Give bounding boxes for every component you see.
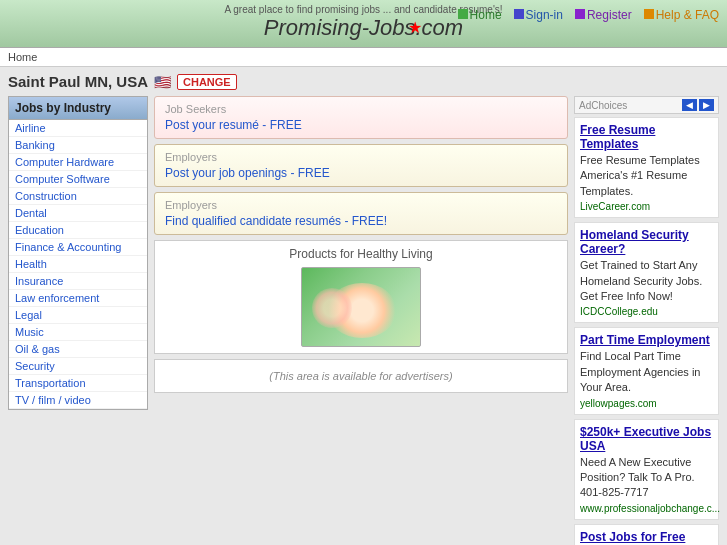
- register-icon: [575, 9, 585, 19]
- ad-title[interactable]: Post Jobs for Free: [580, 530, 713, 544]
- home-icon: [458, 9, 468, 19]
- employers1-category: Employers: [165, 151, 557, 163]
- employers-card-1: Employers Post your job openings - FREE: [154, 144, 568, 187]
- site-logo[interactable]: Promising-Jobs.com: [264, 15, 463, 40]
- left-panel: Jobs by Industry AirlineBankingComputer …: [8, 96, 148, 545]
- industry-list-item[interactable]: Computer Software: [9, 171, 147, 188]
- job-seekers-card: Job Seekers Post your resumé - FREE: [154, 96, 568, 139]
- ad-body: Get Trained to Start Any Homeland Securi…: [580, 258, 713, 304]
- ad-prev-button[interactable]: ◀: [682, 99, 697, 111]
- change-button[interactable]: CHANGE: [177, 74, 237, 90]
- ad-body: Need A New Executive Position? Talk To A…: [580, 455, 713, 501]
- industry-list-item[interactable]: Dental: [9, 205, 147, 222]
- industry-header: Jobs by Industry: [9, 97, 147, 120]
- industry-list-item[interactable]: Finance & Accounting: [9, 239, 147, 256]
- industry-list-item[interactable]: Music: [9, 324, 147, 341]
- flag-icon: 🇺🇸: [154, 74, 171, 90]
- breadcrumb: Home: [0, 48, 727, 67]
- seekers-category: Job Seekers: [165, 103, 557, 115]
- industry-list-item[interactable]: Law enforcement: [9, 290, 147, 307]
- ad-url: ICDCCollege.edu: [580, 306, 713, 317]
- ad-item: $250k+ Executive Jobs USA Need A New Exe…: [574, 419, 719, 520]
- employers2-link[interactable]: Find qualified candidate resumés - FREE!: [165, 214, 387, 228]
- product-box: Products for Healthy Living: [154, 240, 568, 354]
- ad-title[interactable]: Homeland Security Career?: [580, 228, 713, 256]
- signin-link[interactable]: Sign-in: [526, 8, 563, 22]
- employers1-link[interactable]: Post your job openings - FREE: [165, 166, 330, 180]
- help-link[interactable]: Help & FAQ: [656, 8, 719, 22]
- star-icon[interactable]: ★: [408, 18, 422, 37]
- advertiser-note: (This area is available for advertisers): [154, 359, 568, 393]
- industry-list-item[interactable]: Security: [9, 358, 147, 375]
- product-title: Products for Healthy Living: [161, 247, 561, 261]
- industry-list-item[interactable]: Computer Hardware: [9, 154, 147, 171]
- register-link[interactable]: Register: [587, 8, 632, 22]
- location-text: Saint Paul MN, USA: [8, 73, 148, 90]
- industry-box: Jobs by Industry AirlineBankingComputer …: [8, 96, 148, 410]
- industry-list-item[interactable]: Construction: [9, 188, 147, 205]
- ad-url: yellowpages.com: [580, 398, 713, 409]
- home-link[interactable]: Home: [470, 8, 502, 22]
- employers2-category: Employers: [165, 199, 557, 211]
- ad-choices-bar: AdChoices ◀ ▶: [574, 96, 719, 114]
- industry-list-item[interactable]: Health: [9, 256, 147, 273]
- ads-container: Free Resume Templates Free Resume Templa…: [574, 117, 719, 545]
- ad-title[interactable]: $250k+ Executive Jobs USA: [580, 425, 713, 453]
- ad-item: Free Resume Templates Free Resume Templa…: [574, 117, 719, 218]
- ad-body: Free Resume Templates America's #1 Resum…: [580, 153, 713, 199]
- help-icon: [644, 9, 654, 19]
- industry-list-item[interactable]: TV / film / video: [9, 392, 147, 409]
- industry-list-item[interactable]: Oil & gas: [9, 341, 147, 358]
- product-image: [301, 267, 421, 347]
- industry-list: AirlineBankingComputer HardwareComputer …: [9, 120, 147, 409]
- ad-item: Post Jobs for Free Get No-Cost, No-Fuss …: [574, 524, 719, 545]
- ad-title[interactable]: Part Time Employment: [580, 333, 713, 347]
- ad-item: Part Time Employment Find Local Part Tim…: [574, 327, 719, 414]
- ad-choices-label: AdChoices: [579, 100, 627, 111]
- industry-list-item[interactable]: Legal: [9, 307, 147, 324]
- ad-title[interactable]: Free Resume Templates: [580, 123, 713, 151]
- industry-list-item[interactable]: Insurance: [9, 273, 147, 290]
- header-nav: Home Sign-in Register Help & FAQ: [458, 8, 719, 22]
- signin-icon: [514, 9, 524, 19]
- center-panel: Job Seekers Post your resumé - FREE Empl…: [154, 96, 568, 545]
- ad-next-button[interactable]: ▶: [699, 99, 714, 111]
- seekers-link[interactable]: Post your resumé - FREE: [165, 118, 302, 132]
- industry-list-item[interactable]: Banking: [9, 137, 147, 154]
- employers-card-2: Employers Find qualified candidate resum…: [154, 192, 568, 235]
- right-panel: AdChoices ◀ ▶ Free Resume Templates Free…: [574, 96, 719, 545]
- industry-list-item[interactable]: Education: [9, 222, 147, 239]
- ad-body: Find Local Part Time Employment Agencies…: [580, 349, 713, 395]
- ad-url: LiveCareer.com: [580, 201, 713, 212]
- ad-item: Homeland Security Career? Get Trained to…: [574, 222, 719, 323]
- location-bar: Saint Paul MN, USA 🇺🇸 CHANGE: [8, 73, 719, 90]
- industry-list-item[interactable]: Transportation: [9, 375, 147, 392]
- ad-url: www.professionaljobchange.c...: [580, 503, 713, 514]
- industry-list-item[interactable]: Airline: [9, 120, 147, 137]
- ad-nav-arrows: ◀ ▶: [682, 99, 714, 111]
